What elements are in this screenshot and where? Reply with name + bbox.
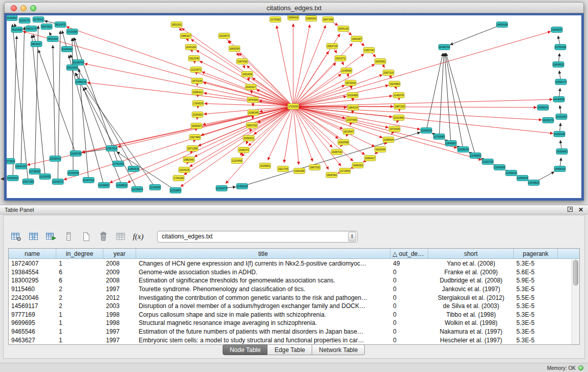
graph-node[interactable]: 1912045 <box>188 56 200 61</box>
splitter-handle[interactable]: ▾ <box>0 201 588 205</box>
graph-node[interactable]: 16648794 <box>439 45 450 50</box>
graph-node[interactable]: 1882940 <box>183 157 194 163</box>
column-header-title[interactable]: title <box>136 249 390 258</box>
graph-node[interactable]: 1794186 <box>173 176 184 181</box>
graph-node[interactable]: 10825063 <box>7 176 18 181</box>
graph-edge[interactable] <box>83 87 122 185</box>
graph-node[interactable]: 14152067 <box>556 114 567 120</box>
graph-node[interactable]: 2039851 <box>259 163 271 169</box>
graph-edge[interactable] <box>276 26 293 106</box>
show-column-button[interactable] <box>27 230 40 243</box>
graph-node[interactable]: 10573820 <box>7 159 15 164</box>
graph-edge[interactable] <box>23 31 293 106</box>
graph-node[interactable]: 1836419 <box>288 15 299 20</box>
zoom-button[interactable] <box>30 5 36 11</box>
graph-node[interactable]: 1927484 <box>189 135 201 140</box>
graph-node[interactable]: 2056931 <box>243 136 254 141</box>
graph-node[interactable]: 10236794 <box>73 60 84 65</box>
graph-edge[interactable] <box>293 85 345 106</box>
graph-edge[interactable] <box>53 45 55 159</box>
graph-edge[interactable] <box>293 106 343 129</box>
float-panel-icon[interactable] <box>567 206 573 213</box>
graph-node[interactable]: 12648305 <box>421 128 432 134</box>
graph-node[interactable]: 11948523 <box>116 183 127 188</box>
graph-node[interactable]: 1945063 <box>352 163 363 168</box>
graph-node[interactable]: 13152708 <box>482 159 493 165</box>
graph-node[interactable]: 1815962 <box>375 59 386 64</box>
graph-node[interactable]: 13249365 <box>494 165 505 170</box>
graph-node[interactable]: 2210871 <box>190 67 202 73</box>
graph-node[interactable]: 1826935 <box>375 147 386 152</box>
collapse-left-panel-icon[interactable]: ◀ <box>1 176 4 181</box>
graph-node[interactable]: 1724093 <box>288 104 299 110</box>
graph-node[interactable]: 12958034 <box>458 147 469 152</box>
graph-edge[interactable] <box>293 74 341 106</box>
table-row[interactable]: 1938455462009Genome-wide association stu… <box>9 268 572 277</box>
graph-node[interactable]: 14650938 <box>496 22 508 28</box>
graph-node[interactable]: 10642197 <box>15 164 27 169</box>
graph-node[interactable]: 1764529 <box>192 101 204 106</box>
table-selector-dropdown[interactable]: citations_edges.txt ▲▼ <box>157 231 358 243</box>
graph-node[interactable]: 15958041 <box>537 105 549 111</box>
graph-node[interactable]: 11742350 <box>113 161 124 167</box>
graph-node[interactable]: 2120458 <box>231 158 243 164</box>
graph-node[interactable]: 12036874 <box>132 187 143 192</box>
graph-node[interactable]: 2154063 <box>192 112 203 118</box>
graph-node[interactable]: 1948730 <box>331 149 342 155</box>
graph-node[interactable]: 2184396 <box>294 168 305 174</box>
graph-node[interactable]: 2157930 <box>346 117 357 123</box>
function-builder-button[interactable]: f(x) <box>132 230 145 243</box>
table-row[interactable]: 1456911722003Disruption of a novel membe… <box>9 302 572 311</box>
network-view[interactable]: 1724093185330119863272043184191204522108… <box>4 13 584 201</box>
graph-node[interactable]: 9815304 <box>47 36 58 42</box>
graph-node[interactable]: 9315468 <box>11 27 23 33</box>
graph-edge[interactable] <box>32 35 45 177</box>
graph-node[interactable]: 2098412 <box>192 90 203 95</box>
column-header-out_de[interactable]: △ out_de… <box>390 249 428 258</box>
delete-table-button[interactable] <box>97 230 110 243</box>
graph-node[interactable]: 13046852 <box>470 153 481 159</box>
graph-edge[interactable] <box>66 27 293 106</box>
graph-node[interactable]: 9720568 <box>67 29 78 35</box>
tab-node-table[interactable]: Node Table <box>223 344 268 355</box>
graph-node[interactable]: 2094135 <box>338 26 349 32</box>
graph-node[interactable]: 1938274 <box>238 147 249 153</box>
graph-node[interactable]: 1867032 <box>309 165 320 170</box>
graph-node[interactable]: 9036862 <box>7 15 17 21</box>
graph-edge[interactable] <box>73 38 78 62</box>
merge-tables-button-disabled[interactable] <box>114 230 127 243</box>
graph-node[interactable]: 1973528 <box>389 126 400 132</box>
graph-edge[interactable] <box>84 87 155 187</box>
graph-node[interactable]: 9613475 <box>55 22 66 28</box>
graph-node[interactable]: 1887253 <box>394 104 405 110</box>
graph-edge[interactable] <box>293 106 482 160</box>
graph-node[interactable]: 1875236 <box>191 78 203 84</box>
graph-node[interactable]: 10154082 <box>61 47 73 52</box>
graph-node[interactable]: 1808394 <box>326 172 337 178</box>
graph-edge[interactable] <box>446 53 475 156</box>
table-row[interactable]: 2242004622012Investigating the contribut… <box>9 293 572 302</box>
import-table-button[interactable] <box>45 230 58 243</box>
graph-node[interactable]: 2145806 <box>341 68 352 74</box>
graph-edge[interactable] <box>293 31 551 106</box>
graph-node[interactable]: 2063718 <box>326 43 338 49</box>
graph-edge[interactable] <box>284 106 293 163</box>
graph-node[interactable]: 2071356 <box>187 146 198 151</box>
graph-node[interactable]: 9154270 <box>19 18 30 24</box>
graph-node[interactable]: 11250938 <box>68 170 79 176</box>
graph-node[interactable]: 14359642 <box>556 149 568 155</box>
table-row[interactable]: 911546021997Tourette syndrome. Phenomeno… <box>9 285 572 294</box>
new-file-button[interactable] <box>79 230 93 243</box>
table-row[interactable]: 946362711997Embryonic stem cells: a mode… <box>9 336 572 344</box>
graph-node[interactable]: 13648257 <box>551 27 562 33</box>
graph-node[interactable]: 12849567 <box>445 141 456 146</box>
graph-node[interactable]: 1869254 <box>229 46 240 52</box>
graph-node[interactable]: 2146079 <box>393 93 404 98</box>
graph-node[interactable]: 1962087 <box>351 36 362 42</box>
tab-edge-table[interactable]: Edge Table <box>267 344 312 355</box>
graph-node[interactable]: 20510635 <box>67 65 78 71</box>
graph-node[interactable]: 11528041 <box>50 156 61 162</box>
table-row[interactable]: 977716911998Corpus callosum shape and si… <box>9 311 572 319</box>
graph-node[interactable]: 10489215 <box>75 79 86 85</box>
table-row[interactable]: 1830029562008Estimation of significance … <box>9 276 572 285</box>
